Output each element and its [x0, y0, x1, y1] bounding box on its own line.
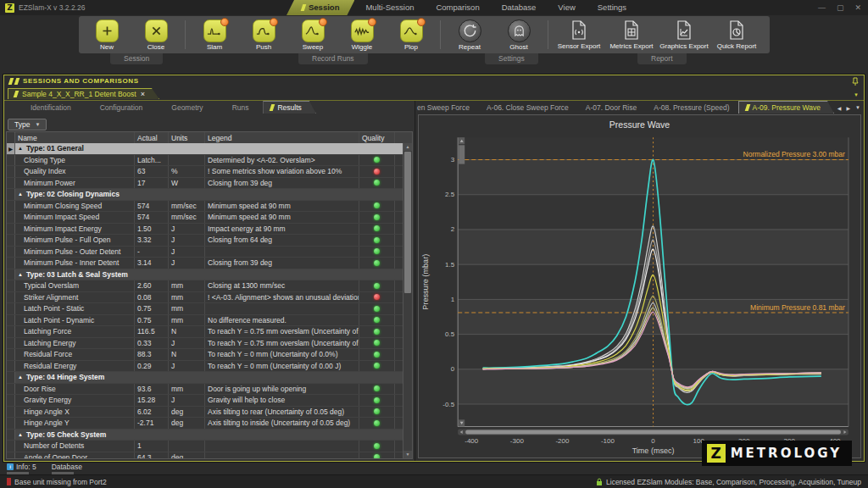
tab-scroll-left-icon[interactable]: ◀ — [837, 105, 842, 111]
table-row[interactable]: Residual Force88.3NTo reach Y = 0 mm (Un… — [7, 349, 403, 361]
tab-geometry[interactable]: Geometry — [157, 102, 217, 114]
session-tab[interactable]: Sample 4_X_X_RR_1 Detent Boost × — [8, 88, 159, 99]
menu-tab-database[interactable]: Database — [491, 0, 548, 15]
close-icon[interactable]: ✕ — [854, 3, 861, 12]
table-row[interactable]: Closing TypeLatch...Determined by <A-02.… — [7, 155, 403, 167]
table-row[interactable]: Latching Force116.5NTo reach Y = 0.75 mm… — [7, 326, 403, 338]
column-header-actual[interactable]: Actual — [135, 132, 169, 143]
table-row[interactable]: Number of Detents1 — [7, 441, 403, 452]
legend-cell: Minimum speed at 90 mm — [205, 201, 359, 212]
table-group-row[interactable]: ▲Type: 05 Check System — [7, 430, 403, 441]
scroll-down-icon[interactable]: ▼ — [403, 451, 412, 458]
legend-cell: To reach Y = 0.75 mm overslam (Uncertain… — [205, 326, 359, 337]
tab-identification[interactable]: Identification — [16, 102, 86, 114]
table-row[interactable]: Latch Point - Dynamic0.75mmNo difference… — [7, 315, 403, 327]
slam-button[interactable]: Slam — [190, 19, 239, 51]
new-button[interactable]: New — [82, 19, 131, 51]
scrollbar-thumb[interactable] — [404, 152, 411, 293]
table-row[interactable]: Latch Point - Static0.75mm — [7, 303, 403, 315]
column-header-legend[interactable]: Legend — [205, 132, 359, 143]
sweep-button[interactable]: Sweep — [288, 19, 337, 51]
table-row[interactable]: Hinge Angle Y-2.71degAxis tilting to ins… — [7, 418, 403, 430]
wiggle-button[interactable]: Wiggle — [337, 19, 387, 51]
menu-tab-multi-session[interactable]: Multi-Session — [354, 0, 425, 15]
chart-tab-5[interactable]: A-09. Pressure Wave — [738, 101, 834, 114]
type-filter-button[interactable]: Type ▼ — [8, 119, 47, 130]
tab-configuration[interactable]: Configuration — [86, 102, 158, 114]
table-row[interactable]: Typical Overslam2.60mmClosing at 1300 mm… — [7, 280, 403, 292]
name-cell: Latching Energy — [15, 338, 135, 349]
scroll-up-icon[interactable]: ▲ — [403, 143, 412, 151]
table-row[interactable]: Angle of Open Door64.3deg — [7, 452, 403, 460]
tab-runs[interactable]: Runs — [218, 102, 264, 114]
table-row[interactable]: Minimum Closing Speed574mm/secMinimum sp… — [7, 201, 403, 213]
table-row[interactable]: Minimum Pulse - Full Open3.32JClosing fr… — [7, 235, 403, 247]
tab-scroll-right-icon[interactable]: ▶ — [846, 105, 850, 111]
record-badge-icon — [220, 18, 229, 26]
table-row[interactable]: Residual Energy0.29JTo reach Y = 0 mm (U… — [7, 361, 403, 373]
table-row[interactable]: Gravity Energy15.28JGravity will help to… — [7, 395, 403, 407]
chevron-down-icon[interactable]: ▼ — [854, 92, 859, 97]
column-header-name[interactable]: Name — [15, 132, 135, 143]
chart-tab-2[interactable]: A-06. Close Sweep Force — [478, 102, 577, 114]
chart-tab-3[interactable]: A-07. Door Rise — [577, 102, 645, 114]
table-group-row[interactable]: ▲Type: 04 Hinge System — [7, 372, 403, 384]
tab-results[interactable]: Results — [263, 101, 315, 114]
legend-cell: To reach Y = 0 mm (Uncertainty of 0.00 J… — [205, 361, 359, 372]
app-title: EZSlam-X v 3.2.2.26 — [19, 3, 85, 12]
name-cell: Minimum Power — [15, 178, 135, 189]
close-tab-icon[interactable]: × — [141, 91, 145, 98]
menu-tab-settings[interactable]: Settings — [587, 0, 637, 15]
maximize-icon[interactable]: ▢ — [837, 3, 844, 12]
push-button[interactable]: Push — [239, 19, 288, 51]
table-row[interactable]: Striker Alignment0.08mm! <A-03. Alignmen… — [7, 292, 403, 304]
row-marker — [7, 189, 15, 200]
collapse-icon[interactable]: ▲ — [18, 374, 23, 380]
table-row[interactable]: Quality Index63%! Some metrics show vari… — [7, 166, 403, 178]
table-group-row[interactable]: ▲Type: 02 Closing Dynamics — [7, 189, 403, 201]
table-group-row[interactable]: ▲Type: 03 Latch & Seal System — [7, 269, 403, 281]
repeat-button[interactable]: Repeat — [445, 19, 494, 51]
table-row[interactable]: Minimum Impact Speed574mm/secMinimum spe… — [7, 212, 403, 224]
sensor-export-button[interactable]: Sensor Export — [553, 19, 605, 50]
minimize-icon[interactable]: — — [818, 3, 826, 12]
column-header-quality[interactable]: Quality — [359, 132, 395, 143]
column-header-units[interactable]: Units — [169, 132, 205, 143]
ghost-button[interactable]: Ghost — [494, 19, 543, 51]
collapse-icon[interactable]: ▲ — [18, 272, 23, 277]
table-row[interactable]: Latching Energy0.33JTo reach Y = 0.75 mm… — [7, 338, 403, 350]
table-row[interactable]: Hinge Angle X6.02degAxis tilting to rear… — [7, 407, 403, 419]
quick-report-button[interactable]: Quick Report — [710, 19, 763, 50]
table-row[interactable]: Minimum Pulse - Inner Detent3.14JClosing… — [7, 258, 403, 269]
table-row[interactable]: Door Rise93.6mmDoor is going up while op… — [7, 384, 403, 396]
y-tick-label: 2.5 — [445, 191, 455, 198]
collapse-icon[interactable]: ▲ — [18, 146, 23, 151]
quality-green-icon — [374, 443, 380, 449]
units-cell: mm — [169, 280, 205, 291]
menu-tab-session[interactable]: Session — [287, 0, 354, 15]
chart-tab-4[interactable]: A-08. Pressure (Speed) — [645, 102, 737, 114]
metrics-export-button[interactable]: Metrics Export — [605, 19, 658, 50]
status-tab-database[interactable]: Database — [52, 463, 82, 474]
tab-list-icon[interactable]: ▼ — [855, 105, 860, 111]
plot-horizontal-scrollbar[interactable] — [458, 429, 849, 435]
table-row[interactable]: Minimum Impact Energy1.50JImpact energy … — [7, 224, 403, 236]
menu-tab-view[interactable]: View — [547, 0, 586, 15]
table-row[interactable]: Minimum Pulse - Outer Detent-J — [7, 247, 403, 258]
collapse-icon[interactable]: ▲ — [18, 191, 23, 197]
table-row[interactable]: Minimum Power17WClosing from 39 deg — [7, 178, 403, 190]
table-group-row[interactable]: ▶▲Type: 01 General — [7, 143, 403, 155]
menu-tab-comparison[interactable]: Comparison — [425, 0, 490, 15]
panel-slash-icon — [14, 78, 20, 85]
chart-tab-1[interactable]: en Sweep Force — [415, 102, 478, 114]
graphics-export-button[interactable]: Graphics Export — [658, 19, 710, 50]
button-label: Ghost — [509, 43, 527, 51]
table-vertical-scrollbar[interactable]: ▲ ▼ — [403, 143, 412, 458]
button-label: Metrics Export — [609, 42, 653, 50]
name-cell: Number of Detents — [15, 441, 135, 452]
plop-button[interactable]: Plop — [387, 19, 436, 51]
collapse-icon[interactable]: ▲ — [18, 432, 23, 437]
status-tab-info5[interactable]: iInfo: 5 — [7, 463, 36, 474]
legend-cell — [205, 247, 359, 258]
close-button[interactable]: Close — [131, 19, 181, 51]
